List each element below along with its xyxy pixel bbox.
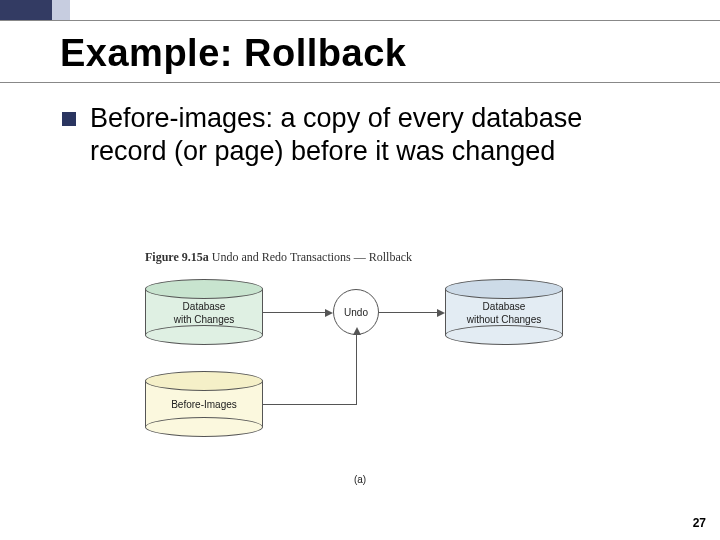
arrow-undo-to-right: [379, 312, 437, 313]
accent-block-primary: [0, 0, 52, 20]
subfigure-label: (a): [354, 474, 366, 485]
cylinder-label: Databasewith Changes: [145, 301, 263, 326]
arrowhead-up-icon: [353, 327, 361, 335]
figure: Figure 9.15a Undo and Redo Transactions …: [145, 250, 575, 459]
top-rule: [0, 20, 720, 21]
bullet-square-icon: [62, 112, 76, 126]
arrowhead-icon: [437, 309, 445, 317]
figure-body: Databasewith Changes Before-Images Undo …: [145, 279, 575, 459]
arrow-before-images-v: [356, 335, 357, 405]
cylinder-db-without-changes: Databasewithout Changes: [445, 279, 563, 345]
cylinder-label: Before-Images: [145, 399, 263, 412]
undo-label: Undo: [344, 307, 368, 318]
cylinder-db-with-changes: Databasewith Changes: [145, 279, 263, 345]
arrow-left-to-undo: [263, 312, 325, 313]
page-number: 27: [693, 516, 706, 530]
figure-number: Figure 9.15a: [145, 250, 209, 264]
slide-title: Example: Rollback: [60, 32, 406, 75]
accent-block-secondary: [52, 0, 70, 20]
arrow-before-images-h: [263, 404, 356, 405]
title-underline: [0, 82, 720, 83]
arrowhead-icon: [325, 309, 333, 317]
cylinder-label: Databasewithout Changes: [445, 301, 563, 326]
bullet-item: Before-images: a copy of every database …: [62, 102, 660, 168]
figure-caption-text: Undo and Redo Transactions — Rollback: [209, 250, 412, 264]
cylinder-before-images: Before-Images: [145, 371, 263, 437]
bullet-text: Before-images: a copy of every database …: [90, 102, 660, 168]
figure-caption: Figure 9.15a Undo and Redo Transactions …: [145, 250, 575, 265]
